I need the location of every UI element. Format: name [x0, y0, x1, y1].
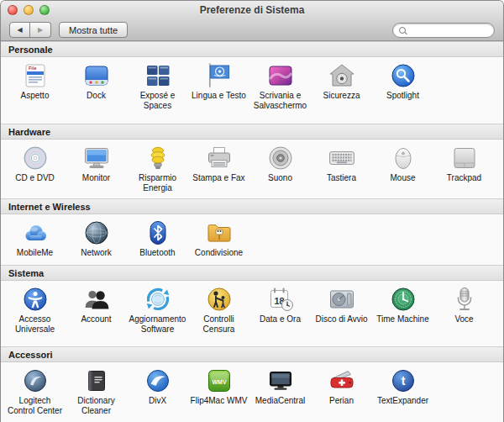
pref-condivisione[interactable]: Condivisione [188, 218, 249, 258]
software-update-icon [144, 285, 172, 314]
pref-label: Time Machine [376, 314, 428, 324]
search-input[interactable] [409, 25, 488, 35]
date-time-icon: 18 [266, 285, 295, 314]
pref-cd-dvd[interactable]: CD e DVD [4, 143, 66, 183]
pref-logitech-control-center[interactable]: Logitech Control Center [4, 366, 66, 415]
pref-divx[interactable]: DivX [127, 366, 188, 406]
pref-label: MobileMe [17, 248, 53, 258]
sound-icon [266, 144, 295, 172]
pref-suono[interactable]: Suono [249, 143, 311, 183]
show-all-button[interactable]: Mostra tutte [59, 22, 128, 38]
energy-saver-icon [144, 144, 172, 172]
bluetooth-icon [144, 219, 172, 247]
pref-monitor[interactable]: Monitor [66, 143, 127, 183]
pref-time-machine[interactable]: Time Machine [372, 284, 433, 324]
pref-dock[interactable]: Dock [66, 61, 127, 101]
section-sistema: Sistema Accesso Universale [1, 265, 503, 346]
pref-disco-avvio[interactable]: Disco di Avvio [311, 284, 372, 324]
pref-controlli-censura[interactable]: Controlli Censura [188, 284, 249, 334]
pref-label: Perian [329, 396, 354, 406]
dictionary-cleaner-icon [82, 367, 111, 395]
pref-network[interactable]: Network [66, 218, 127, 258]
section-row-hardware: CD e DVD Monitor [1, 140, 503, 198]
toolbar: ◀ ▶ Mostra tutte [1, 19, 503, 41]
pref-tastiera[interactable]: Tastiera [311, 143, 372, 183]
pref-label: Sicurezza [323, 91, 360, 101]
parental-controls-icon [205, 285, 234, 314]
aspetto-icon: File [21, 61, 50, 90]
pref-textexpander[interactable]: t TextExpander [372, 366, 433, 406]
universal-access-icon [21, 285, 50, 314]
back-button[interactable]: ◀ [9, 22, 30, 38]
pref-sicurezza[interactable]: Sicurezza [311, 61, 372, 101]
pref-label: Disco di Avvio [315, 314, 367, 324]
pref-mobileme[interactable]: MobileMe [4, 218, 66, 258]
pref-data-ora[interactable]: 18 Data e Ora [249, 284, 311, 324]
network-icon [82, 219, 111, 247]
pref-accesso-universale[interactable]: Accesso Universale [4, 284, 66, 334]
pref-aspetto[interactable]: File Aspetto [4, 61, 66, 101]
titlebar[interactable]: Preferenze di Sistema [1, 1, 503, 19]
svg-text:t: t [401, 374, 405, 388]
pref-label: CD e DVD [15, 173, 55, 183]
pref-label: Lingua e Testo [192, 91, 246, 101]
pref-lingua-testo[interactable]: Lingua e Testo [188, 61, 249, 101]
minimize-button[interactable] [24, 5, 34, 15]
pref-label: Trackpad [447, 173, 481, 183]
zoom-button[interactable] [39, 5, 50, 15]
forward-button[interactable]: ▶ [30, 22, 51, 38]
pref-risparmio-energia[interactable]: Risparmio Energia [127, 143, 188, 193]
keyboard-icon [328, 144, 356, 172]
system-preferences-window: Preferenze di Sistema ◀ ▶ Mostra tutte P… [0, 0, 504, 422]
perian-icon [328, 367, 356, 395]
pref-aggiornamento-software[interactable]: Aggiornamento Software [127, 284, 188, 334]
section-header-personale: Personale [1, 41, 503, 57]
pref-spotlight[interactable]: Spotlight [372, 61, 433, 101]
pref-label: Bluetooth [139, 248, 175, 258]
flip4mac-wmv-icon: WMV [205, 367, 234, 395]
pref-label: Data e Ora [260, 314, 301, 324]
pref-label: Dictionary Cleaner [66, 396, 127, 415]
pref-account[interactable]: Account [66, 284, 127, 324]
pref-label: Risparmio Energia [128, 173, 188, 193]
search-field[interactable] [392, 23, 495, 38]
section-row-sistema: Accesso Universale Account [1, 281, 503, 346]
pref-stampa-fax[interactable]: Stampa e Fax [188, 143, 249, 183]
displays-icon [82, 144, 111, 172]
pref-voce[interactable]: Voce [433, 284, 495, 324]
trackpad-icon [450, 144, 479, 172]
textexpander-icon: t [389, 367, 417, 395]
section-row-internet: MobileMe Network [1, 214, 503, 265]
section-personale: Personale File Aspetto [1, 41, 503, 124]
pref-trackpad[interactable]: Trackpad [433, 143, 495, 183]
accounts-icon [82, 285, 111, 314]
pref-expose-spaces[interactable]: Exposé e Spaces [127, 61, 188, 110]
pref-label: Flip4Mac WMV [191, 396, 248, 406]
pref-dictionary-cleaner[interactable]: Dictionary Cleaner [66, 366, 127, 415]
pref-mediacentral[interactable]: MediaCentral [249, 366, 311, 406]
section-row-personale: File Aspetto [1, 57, 503, 124]
security-icon [328, 61, 356, 90]
logitech-control-center-icon [21, 367, 50, 395]
time-machine-icon [389, 285, 417, 314]
expose-spaces-icon [144, 61, 172, 90]
mediacentral-icon [266, 367, 295, 395]
print-fax-icon [205, 144, 234, 172]
pref-mouse[interactable]: Mouse [372, 143, 433, 183]
section-internet-wireless: Internet e Wireless Mo [1, 198, 503, 265]
pref-perian[interactable]: Perian [311, 366, 372, 406]
pref-bluetooth[interactable]: Bluetooth [127, 218, 188, 258]
pref-label: MediaCentral [255, 396, 305, 406]
pref-label: Network [81, 248, 112, 258]
spotlight-icon [389, 61, 417, 90]
mouse-icon [389, 144, 417, 172]
section-row-accessori: Logitech Control Center Dictionary Clean… [1, 362, 503, 422]
pref-label: Spotlight [386, 91, 419, 101]
pref-scrivania-salvaschermo[interactable]: Scrivania e Salvaschermo [249, 61, 311, 110]
close-button[interactable] [8, 5, 18, 15]
pref-flip4mac-wmv[interactable]: WMV Flip4Mac WMV [188, 366, 249, 406]
section-title: Internet e Wireless [8, 202, 91, 212]
section-header-sistema: Sistema [1, 265, 503, 281]
pref-label: Dock [87, 91, 106, 101]
pref-label: Suono [268, 173, 292, 183]
